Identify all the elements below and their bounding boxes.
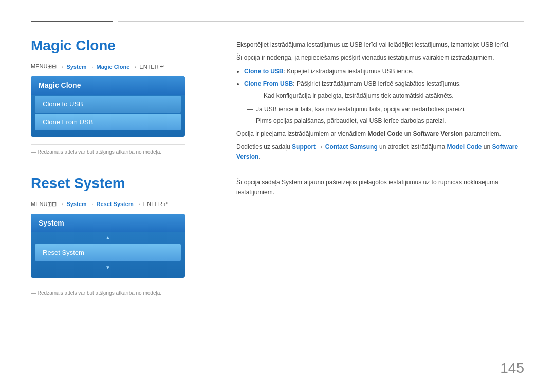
clone-to-usb-item[interactable]: Clone to USB [35,96,181,113]
support-line: Dodieties uz sadaļu Support → Contact Sa… [236,142,524,162]
reset-description: Šī opcija sadaļā System atjauno pašreizē… [236,178,524,197]
reset-system-left: Reset System MENU⊞⊟ → System → Reset Sys… [31,175,216,296]
ui-box-spacer [31,132,185,137]
reset-system-menu-path: MENU⊞⊟ → System → Reset System → ENTER ↵ [31,201,216,208]
magic-clone-caption: Redzamais attēls var būt atšķirīgs atkar… [31,144,185,155]
bullet-clone-from-usb: Clone From USB: Pāšķiriet izstrādājumam … [244,79,524,101]
reset-system-ui-box: System Reset System [31,214,185,278]
dash-item-3: Pirms opcijas palaišanas, pārbaudiet, va… [247,116,524,126]
menu-feature: Magic Clone [97,64,130,70]
contact-samsung-label: Contact Samsung [325,143,378,151]
arrow-up-icon [31,232,185,243]
magic-clone-ui-box: Magic Clone Clone to USB Clone From USB [31,76,185,137]
clone-from-usb-text: : Pāšķiriet izstrādājumam USB ierīcē sag… [293,80,461,87]
reset-system-title: Reset System [31,175,216,192]
additional-line: Opcija ir pieejama izstrādājumiem ar vie… [236,129,524,139]
reset-system-item[interactable]: Reset System [35,244,181,261]
top-line-light [118,21,524,22]
top-line-dark [31,21,113,22]
reset-menu-feature: Reset System [97,201,134,207]
magic-clone-menu-path: MENU⊞⊟ → System → Magic Clone → ENTER ↵ [31,63,216,70]
page-container: Magic Clone MENU⊞⊟ → System → Magic Clon… [0,0,555,392]
menu-icon-2: MENU⊞⊟ [31,201,57,208]
desc-line2: Šī opcija ir noderīga, ja nepieciešams p… [236,53,524,63]
menu-enter: ENTER [139,64,158,70]
magic-clone-box-header: Magic Clone [31,76,185,95]
support-label: Support [292,143,316,151]
model-code-label2: Model Code [447,143,482,151]
dash-list: Kad konfigurācija ir pabeigta, izstrādāj… [254,91,524,101]
clone-from-usb-item[interactable]: Clone From USB [35,114,181,130]
extra-dashes: Ja USB ierīcē ir fails, kas nav iestatīj… [247,105,524,126]
magic-clone-bullets: Clone to USB: Kopējiet izstrādājuma iest… [244,67,524,101]
model-code-label1: Model Code [367,130,402,137]
reset-system-box-header: System [31,214,185,232]
magic-clone-title: Magic Clone [31,38,216,54]
magic-clone-right: Eksportējiet izstrādājuma iestatījumus u… [236,38,524,165]
reset-system-section: Reset System MENU⊞⊟ → System → Reset Sys… [31,175,524,296]
arrow-down-icon [31,262,185,273]
magic-clone-left: Magic Clone MENU⊞⊟ → System → Magic Clon… [31,38,216,165]
reset-system-area: Reset System MENU⊞⊟ → System → Reset Sys… [31,175,524,296]
desc-line1: Eksportējiet izstrādājuma iestatījumus u… [236,40,524,50]
clone-to-usb-label: Clone to USB [244,68,284,75]
top-lines [31,21,524,22]
magic-clone-area: Magic Clone MENU⊞⊟ → System → Magic Clon… [31,38,524,165]
clone-to-usb-text: : Kopējiet izstrādājuma iestatījumus USB… [284,68,414,75]
reset-system-right: Šī opcija sadaļā System atjauno pašreizē… [236,175,524,296]
bullet-clone-to-usb: Clone to USB: Kopējiet izstrādājuma iest… [244,67,524,77]
dash-item-1: Kad konfigurācija ir pabeigta, izstrādāj… [254,91,524,101]
reset-menu-enter: ENTER [143,201,162,207]
reset-system-caption: Redzamais attēls var būt atšķirīgs atkar… [31,286,185,296]
reset-menu-system: System [66,201,86,207]
software-version-label1: Software Version [413,130,462,137]
clone-from-usb-label: Clone From USB [244,80,293,87]
page-number: 145 [500,360,524,377]
ui-box-spacer-2 [31,273,185,278]
menu-icon: MENU⊞⊟ [31,63,57,70]
dash-item-2: Ja USB ierīcē ir fails, kas nav iestatīj… [247,105,524,115]
menu-system: System [66,64,86,70]
